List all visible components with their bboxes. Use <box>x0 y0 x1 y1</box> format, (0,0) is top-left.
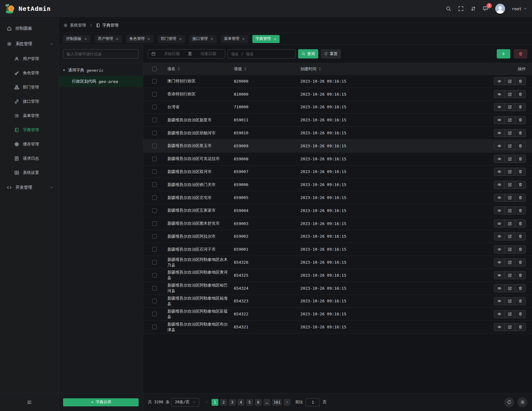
edit-button[interactable] <box>504 129 515 137</box>
row-checkbox[interactable] <box>152 131 157 135</box>
delete-button[interactable] <box>515 90 526 98</box>
view-button[interactable] <box>494 142 505 150</box>
edit-button[interactable] <box>504 90 515 98</box>
edit-button[interactable] <box>504 168 515 176</box>
view-button[interactable] <box>494 90 505 98</box>
close-icon[interactable] <box>179 37 182 41</box>
edit-button[interactable] <box>504 258 515 266</box>
row-checkbox[interactable] <box>152 169 157 174</box>
row-checkbox[interactable] <box>152 157 157 161</box>
add-dictionary-category-button[interactable]: 字典分类 <box>63 398 139 406</box>
messages-button[interactable]: 3 <box>483 6 488 12</box>
edit-button[interactable] <box>504 77 515 85</box>
query-button[interactable]: 查询 <box>298 49 318 58</box>
delete-button[interactable] <box>515 129 526 137</box>
table-settings-button[interactable] <box>517 397 527 407</box>
row-checkbox[interactable] <box>152 92 157 97</box>
edit-button[interactable] <box>504 103 515 111</box>
name-value-search-input[interactable] <box>228 49 296 58</box>
delete-button[interactable] <box>515 271 526 279</box>
row-checkbox[interactable] <box>152 273 157 278</box>
sort-icon[interactable] <box>318 67 321 71</box>
row-checkbox[interactable] <box>152 118 157 122</box>
sidebar-item-dev[interactable]: 开发管理 <box>0 180 58 195</box>
tab-apis[interactable]: 接口管理 <box>189 35 217 43</box>
delete-button[interactable] <box>515 206 526 214</box>
column-header-value[interactable]: 项值 <box>234 66 242 72</box>
select-all-checkbox[interactable] <box>152 67 157 71</box>
delete-button[interactable] <box>515 77 526 85</box>
view-button[interactable] <box>494 116 505 124</box>
delete-button[interactable] <box>515 168 526 176</box>
tab-dashboard[interactable]: 控制面板 <box>63 35 90 43</box>
bulk-delete-button[interactable] <box>514 49 527 58</box>
page-button-161[interactable]: 161 <box>272 399 282 406</box>
row-checkbox[interactable] <box>152 234 157 239</box>
row-checkbox[interactable] <box>152 260 157 265</box>
edit-button[interactable] <box>504 323 515 331</box>
pagination-ellipsis[interactable]: … <box>264 399 270 406</box>
delete-button[interactable] <box>515 284 526 292</box>
sidebar-item-menus[interactable]: 菜单管理 <box>0 109 58 123</box>
column-header-name[interactable]: 项名 <box>167 66 175 72</box>
edit-button[interactable] <box>504 245 515 253</box>
page-button-5[interactable]: 5 <box>246 399 253 406</box>
delete-button[interactable] <box>515 297 526 305</box>
row-checkbox[interactable] <box>152 299 157 303</box>
row-checkbox[interactable] <box>152 105 157 109</box>
avatar[interactable] <box>495 4 505 14</box>
prev-page-button[interactable] <box>203 400 211 404</box>
tab-roles[interactable]: 角色管理 <box>126 35 153 43</box>
tree-filter-input[interactable] <box>63 49 139 58</box>
row-checkbox[interactable] <box>152 247 157 252</box>
date-range-picker[interactable]: 开始日期 至 结束日期 <box>148 49 225 58</box>
view-button[interactable] <box>494 284 505 292</box>
view-button[interactable] <box>494 258 505 266</box>
column-header-created[interactable]: 创建时间 <box>300 66 316 72</box>
sidebar-item-cache[interactable]: 缓存管理 <box>0 137 58 151</box>
page-button-1[interactable]: 1 <box>212 399 218 406</box>
sidebar-item-users[interactable]: 用户管理 <box>0 52 58 66</box>
tab-menus[interactable]: 菜单管理 <box>221 35 248 43</box>
view-button[interactable] <box>494 77 505 85</box>
sidebar-item-dictionaries[interactable]: 字典管理 <box>0 123 58 137</box>
view-button[interactable] <box>494 323 505 331</box>
delete-button[interactable] <box>515 258 526 266</box>
row-checkbox[interactable] <box>152 221 157 226</box>
delete-button[interactable] <box>515 219 526 227</box>
page-button-3[interactable]: 3 <box>229 399 236 406</box>
page-button-4[interactable]: 4 <box>238 399 244 406</box>
next-page-button[interactable] <box>284 399 290 406</box>
view-button[interactable] <box>494 129 505 137</box>
view-button[interactable] <box>494 271 505 279</box>
view-button[interactable] <box>494 232 505 240</box>
close-icon[interactable] <box>147 37 150 41</box>
tree-node-generic[interactable]: 通用字典 generic <box>59 65 143 76</box>
view-button[interactable] <box>494 181 505 189</box>
tab-users[interactable]: 用户管理 <box>95 35 122 43</box>
delete-button[interactable] <box>515 103 526 111</box>
view-button[interactable] <box>494 103 505 111</box>
sidebar-item-roles[interactable]: 角色管理 <box>0 66 58 80</box>
close-icon[interactable] <box>242 37 245 41</box>
sidebar-item-system[interactable]: 系统管理 <box>0 36 58 52</box>
user-menu[interactable]: root <box>512 6 527 11</box>
tree-node-geo-area[interactable]: 行政区划代码 geo-area <box>59 76 143 87</box>
edit-button[interactable] <box>504 206 515 214</box>
row-checkbox[interactable] <box>152 312 157 316</box>
view-button[interactable] <box>494 194 505 202</box>
row-checkbox[interactable] <box>152 286 157 291</box>
add-row-button[interactable] <box>497 49 510 58</box>
tab-dictionaries[interactable]: 字典管理 <box>252 35 280 43</box>
edit-button[interactable] <box>504 116 515 124</box>
sort-icon[interactable] <box>244 67 247 71</box>
edit-button[interactable] <box>504 142 515 150</box>
edit-button[interactable] <box>504 181 515 189</box>
view-button[interactable] <box>494 245 505 253</box>
row-checkbox[interactable] <box>152 195 157 200</box>
close-icon[interactable] <box>84 37 87 41</box>
view-button[interactable] <box>494 297 505 305</box>
row-checkbox[interactable] <box>152 182 157 187</box>
delete-button[interactable] <box>515 116 526 124</box>
row-checkbox[interactable] <box>152 79 157 84</box>
